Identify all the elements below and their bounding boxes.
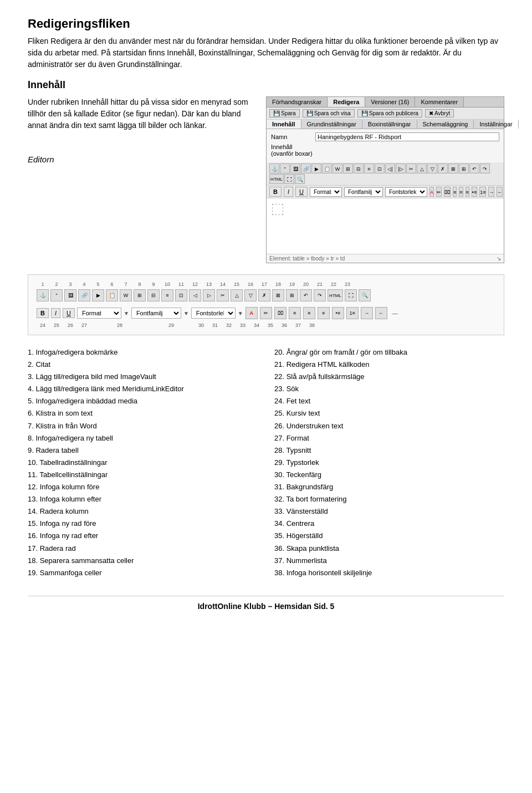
- big-icon-align-right[interactable]: ≡: [318, 307, 330, 319]
- icon-row-after[interactable]: ▽: [427, 163, 437, 173]
- nav-tab-installningar[interactable]: Inställningar: [474, 120, 518, 129]
- icon-align-right[interactable]: ≡: [466, 187, 469, 197]
- icon-bullet-list[interactable]: •≡: [472, 187, 477, 197]
- nav-tab-innehall[interactable]: Innehåll: [267, 120, 301, 129]
- big-icon-8[interactable]: ⊞: [134, 289, 146, 301]
- big-icon-10[interactable]: ≡: [161, 289, 173, 301]
- icon-html[interactable]: HTML: [269, 174, 284, 184]
- icon-clear-format[interactable]: ⌧: [444, 187, 451, 197]
- big-icon-21[interactable]: HTML: [328, 289, 343, 301]
- icon-split-cell[interactable]: ⊠: [448, 163, 458, 173]
- tab-forhandsgranskar[interactable]: Förhandsgranskar: [267, 97, 328, 107]
- big-btn-underline[interactable]: U: [63, 308, 75, 318]
- big-icon-20b[interactable]: ↷: [314, 289, 326, 301]
- list-item: 22. Slå av/på fullskärmsläge: [274, 371, 504, 383]
- tab-kommentarer[interactable]: Kommentarer: [415, 97, 464, 107]
- icon-quote[interactable]: ": [280, 163, 290, 173]
- big-icon-5[interactable]: ▶: [92, 289, 104, 301]
- icon-redo[interactable]: ↷: [480, 163, 490, 173]
- icon-link[interactable]: 🔗: [301, 163, 311, 173]
- btn-underline[interactable]: U: [295, 187, 308, 197]
- tab-versioner[interactable]: Versioner (16): [365, 97, 415, 107]
- btn-spara-visa[interactable]: 💾 Spara och visa: [303, 109, 355, 117]
- nav-tab-schemaläggning[interactable]: Schemaläggning: [417, 120, 474, 129]
- big-icon-numlist[interactable]: 1≡: [346, 307, 359, 319]
- icon-paste-word[interactable]: W: [332, 163, 342, 173]
- list-item: 11. Tabellcellinställningar: [28, 469, 258, 481]
- big-icon-16[interactable]: ▽: [244, 289, 257, 301]
- tab-redigera[interactable]: Redigera: [328, 97, 365, 107]
- big-icon-bullet[interactable]: •≡: [332, 307, 344, 319]
- big-icon-11[interactable]: ⊡: [175, 289, 187, 301]
- big-icon-3[interactable]: 🖼: [64, 289, 76, 301]
- big-icon-indent-in[interactable]: →: [361, 307, 373, 319]
- num-18: 18: [272, 282, 284, 287]
- icon-media[interactable]: ▶: [311, 163, 321, 173]
- icon-outdent[interactable]: ←: [497, 187, 503, 197]
- btn-spara-publicera[interactable]: 💾 Spara och publicera: [357, 109, 422, 117]
- big-icon-align-left[interactable]: ≡: [289, 307, 301, 319]
- big-icon-indent-out[interactable]: ←: [375, 307, 387, 319]
- icon-highlight[interactable]: ✏: [436, 187, 442, 197]
- icon-col-before[interactable]: ◁|: [385, 163, 395, 173]
- big-icon-align-center[interactable]: ≡: [303, 307, 315, 319]
- icon-del-row[interactable]: ✗: [438, 163, 448, 173]
- big-icon-7[interactable]: W: [120, 289, 132, 301]
- icon-table-del[interactable]: ⊟: [354, 163, 364, 173]
- big-btn-italic[interactable]: I: [51, 308, 60, 318]
- big-icon-4[interactable]: 🔗: [78, 289, 90, 301]
- icon-paste-text[interactable]: 📋: [322, 163, 332, 173]
- icon-col-after[interactable]: |▷: [396, 163, 406, 173]
- big-icon-2[interactable]: ": [50, 289, 63, 301]
- big-icon-15[interactable]: △: [231, 289, 243, 301]
- big-icon-23[interactable]: 🔍: [359, 289, 371, 301]
- big-icon-17[interactable]: ✗: [258, 289, 270, 301]
- icon-row-before[interactable]: △: [417, 163, 427, 173]
- big-icon-clear-format[interactable]: ⌧: [274, 307, 287, 319]
- icon-indent[interactable]: →: [488, 187, 494, 197]
- big-icon-13[interactable]: ▷: [203, 289, 215, 301]
- icon-undo[interactable]: ↶: [469, 163, 479, 173]
- big-icon-6[interactable]: 📋: [106, 289, 118, 301]
- big-select-fontstorlek[interactable]: Fontstorlek: [191, 308, 236, 319]
- btn-bold[interactable]: B: [269, 187, 282, 197]
- big-icon-12[interactable]: ◁: [189, 289, 201, 301]
- icon-row-settings[interactable]: ≡: [364, 163, 374, 173]
- big-icon-18[interactable]: ⊠: [272, 289, 284, 301]
- icon-del-col[interactable]: ✂: [406, 163, 416, 173]
- big-icon-color-A[interactable]: A: [245, 307, 258, 319]
- big-select-fontfamilj[interactable]: Fontfamilj: [131, 308, 181, 319]
- big-icon-14[interactable]: ✂: [217, 289, 229, 301]
- nav-tab-grundinstallningar[interactable]: Grundinställningar: [301, 120, 362, 129]
- icon-search[interactable]: 🔍: [295, 174, 305, 184]
- icon-anchor[interactable]: ⚓: [269, 163, 279, 173]
- select-fontstorlek[interactable]: Fontstorlek: [385, 187, 427, 197]
- icon-num-list[interactable]: 1≡: [479, 187, 486, 197]
- btn-italic[interactable]: I: [284, 187, 293, 197]
- nav-tab-boxinstallningar[interactable]: Boxinställningar: [362, 120, 417, 129]
- icon-fullscreen[interactable]: ⛶: [284, 174, 294, 184]
- icon-cell-settings[interactable]: ⊡: [375, 163, 385, 173]
- editor-content-area[interactable]: [267, 198, 504, 254]
- icon-image[interactable]: 🖼: [290, 163, 300, 173]
- icon-align-left[interactable]: ≡: [453, 187, 457, 197]
- icon-merge-cell[interactable]: ⊞: [459, 163, 469, 173]
- select-format[interactable]: Format: [310, 187, 342, 197]
- icon-align-center[interactable]: ≡: [459, 187, 463, 197]
- icon-table-add[interactable]: ⊞: [343, 163, 353, 173]
- icon-color-A[interactable]: A: [429, 187, 434, 197]
- big-icon-highlight[interactable]: ✏: [260, 307, 272, 319]
- element-path: Element: table » tbody » tr » td: [269, 255, 345, 262]
- list-item: 21. Redigera HTML källkoden: [274, 359, 504, 371]
- big-icon-22[interactable]: ⛶: [345, 289, 357, 301]
- input-namn[interactable]: [315, 132, 499, 141]
- big-icon-9[interactable]: ⊟: [147, 289, 160, 301]
- btn-avbryt[interactable]: ✖ Avbryt: [425, 109, 454, 117]
- select-fontfamilj[interactable]: Fontfamilj: [344, 187, 383, 197]
- btn-spara[interactable]: 💾 Spara: [269, 109, 300, 117]
- big-btn-bold[interactable]: B: [37, 308, 49, 318]
- big-select-format[interactable]: Format: [77, 308, 121, 319]
- big-icon-1[interactable]: ⚓: [37, 289, 49, 301]
- big-icon-19[interactable]: ⊞: [286, 289, 298, 301]
- big-icon-20[interactable]: ↶: [300, 289, 312, 301]
